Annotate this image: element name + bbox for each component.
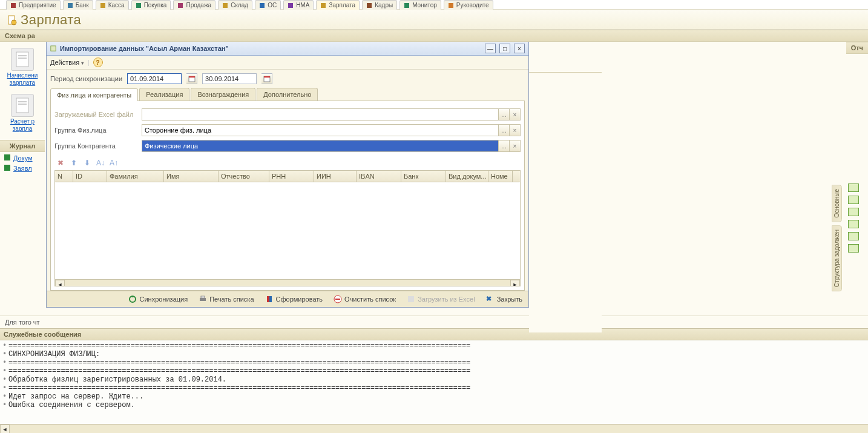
svg-rect-0 (11, 3, 16, 8)
tab-icon (448, 2, 454, 8)
svg-rect-15 (18, 55, 27, 56)
grid-col-4[interactable]: Отчество (219, 171, 269, 182)
svg-rect-11 (449, 3, 453, 8)
bottom-scrollbar[interactable]: ◄ (0, 424, 868, 433)
grid-col-1[interactable]: ID (73, 171, 107, 182)
sort-asc-icon[interactable]: A↓ (96, 158, 105, 168)
grid-col-9[interactable]: Вид докум... (446, 171, 488, 182)
grid-col-2[interactable]: Фамилия (107, 171, 164, 182)
service-messages-body: •=======================================… (0, 340, 868, 424)
kontr-browse-button[interactable]: ... (498, 140, 509, 151)
grid-col-3[interactable]: Имя (164, 171, 219, 182)
dialog-tab-1[interactable]: Реализация (139, 88, 189, 101)
gear-icon (265, 295, 274, 303)
journal-item-0[interactable]: Докум (4, 154, 44, 162)
left-action-0[interactable]: Начисленизарплата (1, 48, 44, 87)
svg-rect-24 (189, 76, 195, 78)
top-tab-10[interactable]: Монитор (399, 0, 441, 10)
report-item[interactable] (848, 208, 859, 216)
dialog-tab-2[interactable]: Вознаграждения (191, 88, 255, 101)
date-to-calendar-icon[interactable] (261, 73, 272, 84)
top-tab-1[interactable]: Банк (63, 0, 93, 10)
svg-rect-19 (18, 104, 27, 105)
period-label: Период синхронизации (50, 75, 122, 82)
svg-rect-5 (223, 3, 228, 8)
dialog-tab-3[interactable]: Дополнительно (257, 88, 318, 101)
move-up-icon[interactable]: ⬆ (69, 158, 79, 168)
grid-col-0[interactable]: N (55, 171, 73, 182)
fiz-clear-button[interactable]: × (509, 125, 520, 136)
top-tab-4[interactable]: Продажа (173, 0, 215, 10)
maximize-button[interactable]: □ (499, 44, 510, 53)
date-from-input[interactable]: 01.09.2014 (127, 73, 182, 84)
top-tab-7[interactable]: НМА (283, 0, 314, 10)
dialog-tab-0[interactable]: Физ лица и контрагенты (50, 88, 138, 101)
log-line: •Обработка физлиц зарегистрированных за … (2, 375, 866, 384)
fiz-row: Группа Физ.лица ... × (54, 124, 521, 136)
tab-icon (67, 2, 73, 8)
svg-rect-6 (260, 3, 265, 8)
top-tab-8[interactable]: Зарплата (316, 0, 360, 10)
grid-col-8[interactable]: Банк (401, 171, 446, 182)
dialog-icon (50, 45, 56, 51)
page-header: Зарплата (0, 10, 868, 30)
svg-point-13 (12, 20, 16, 25)
fiz-input[interactable] (142, 125, 498, 135)
svg-rect-1 (68, 3, 73, 8)
report-item[interactable] (848, 220, 859, 228)
fiz-browse-button[interactable]: ... (498, 125, 509, 136)
clear-button[interactable]: Очистить список (331, 294, 398, 305)
svg-rect-34 (408, 296, 414, 302)
date-to-input[interactable]: 30.09.2014 (202, 73, 257, 84)
grid-col-7[interactable]: IBAN (357, 171, 401, 182)
top-tab-11[interactable]: Руководите (444, 0, 493, 10)
minimize-button[interactable]: — (485, 44, 496, 53)
import-dialog: Импортирование данных "Асыл Арман Казахс… (46, 42, 529, 308)
svg-rect-17 (16, 98, 28, 113)
vtab-struct[interactable]: Структура задолжен (832, 225, 842, 291)
top-tab-3[interactable]: Покупка (131, 0, 171, 10)
vtab-main[interactable]: Основные (832, 185, 842, 222)
tab-icon (288, 2, 294, 8)
grid-col-10[interactable]: Номе (488, 171, 513, 182)
report-item[interactable] (848, 183, 859, 192)
tab-icon (366, 2, 372, 8)
grid-col-6[interactable]: ИИН (314, 171, 357, 182)
form-button[interactable]: Сформировать (263, 294, 326, 305)
sync-button[interactable]: Синхронизация (126, 294, 190, 305)
svg-rect-3 (136, 3, 141, 8)
report-item[interactable] (848, 232, 859, 240)
top-tab-6[interactable]: ОС (255, 0, 281, 10)
excel-input[interactable] (142, 110, 498, 119)
date-from-calendar-icon[interactable] (186, 73, 197, 84)
move-down-icon[interactable]: ⬇ (82, 158, 92, 168)
top-tab-2[interactable]: Касса (96, 0, 129, 10)
grid-col-5[interactable]: РНН (269, 171, 314, 182)
tab-icon (10, 2, 16, 8)
kontr-input[interactable] (142, 141, 498, 151)
dialog-titlebar[interactable]: Импортирование данных "Асыл Арман Казахс… (47, 42, 528, 56)
excel-clear-button[interactable]: × (509, 109, 520, 120)
scroll-left-icon[interactable]: ◄ (55, 280, 65, 286)
help-button[interactable]: ? (93, 58, 103, 67)
top-tab-5[interactable]: Склад (218, 0, 252, 10)
top-tab-0[interactable]: Предприятие (6, 0, 61, 10)
excel-browse-button[interactable]: ... (498, 109, 509, 120)
close-window-button[interactable]: × (514, 44, 525, 53)
left-action-1[interactable]: Расчет рзарпла (1, 94, 44, 133)
data-grid[interactable]: NIDФамилияИмяОтчествоРННИИНIBANБанкВид д… (54, 170, 521, 286)
report-item[interactable] (848, 244, 859, 253)
sort-desc-icon[interactable]: A↑ (109, 158, 119, 168)
svg-rect-10 (404, 3, 409, 8)
report-item[interactable] (848, 196, 859, 204)
table-toolbar: ✖ ⬆ ⬇ A↓ A↑ (54, 156, 521, 170)
actions-menu[interactable]: Действия (50, 59, 84, 66)
kontr-clear-button[interactable]: × (509, 140, 520, 151)
top-tab-9[interactable]: Кадры (362, 0, 397, 10)
delete-row-icon[interactable]: ✖ (56, 158, 65, 168)
scroll-right-icon[interactable]: ► (510, 280, 520, 286)
journal-item-1[interactable]: Заявл (4, 164, 44, 173)
close-button[interactable]: ✖ Закрыть (484, 294, 525, 305)
print-button[interactable]: Печать списка (196, 294, 256, 305)
log-line: •СИНХРОНИЗАЦИЯ ФИЗЛИЦ: (2, 350, 866, 359)
